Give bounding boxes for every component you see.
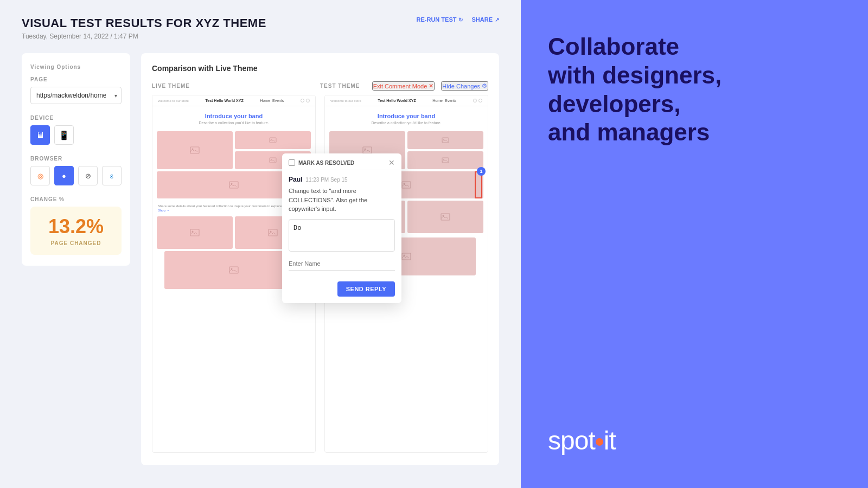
preview-hero-test: Introduce your band Describe a collectio… (325, 106, 488, 131)
preview-url-test: Welcome to our store (330, 99, 361, 102)
name-input[interactable] (289, 257, 395, 271)
comment-time: 11:23 PM Sep 15 (305, 177, 347, 183)
tagline-line1: Collaborate (548, 33, 841, 61)
safari-browser-button[interactable]: ⊘ (78, 166, 98, 185)
svg-rect-18 (442, 158, 449, 163)
rerun-icon: ↻ (458, 17, 463, 23)
share-icon: ↗ (495, 17, 499, 23)
logo-text-part2: it (604, 426, 616, 455)
change-percent-value: 13.2% (39, 215, 113, 238)
tagline: Collaborate with designers, developers, … (548, 33, 841, 147)
preview-nav-links-test: Home Events (432, 99, 456, 102)
preview-nav-live: Test Hello World XYZ (206, 99, 244, 102)
preview-url-live: Welcome to our store (158, 99, 189, 102)
tagline-line2: with designers, (548, 61, 841, 90)
device-buttons: 🖥 📱 (30, 125, 122, 145)
viewing-options-label: Viewing Options (30, 64, 122, 70)
exit-comment-label: Exit Comment Mode (373, 83, 427, 89)
preview-events-live: Events (272, 99, 284, 102)
desktop-icon: 🖥 (36, 130, 44, 140)
branding-panel: Collaborate with designers, developers, … (521, 0, 868, 488)
content-area: Viewing Options PAGE https/mackweldon/ho… (22, 53, 499, 465)
logo-text-part1: spot (548, 426, 595, 455)
mark-resolved-label: MARK AS RESOLVED (298, 160, 354, 166)
comment-author-line: Paul 11:23 PM Sep 15 (289, 176, 395, 183)
exit-icon: ✕ (429, 82, 433, 89)
logo-area: spot it (548, 426, 841, 455)
preview-icon1-test (473, 99, 477, 102)
exit-comment-mode-button[interactable]: Exit Comment Mode ✕ (372, 81, 435, 91)
browser-buttons: ◎ ● ⊘ ε (30, 166, 122, 185)
preview-home-live: Home (260, 99, 270, 102)
preview-icons-live (301, 99, 310, 102)
edge-icon: ε (110, 172, 113, 180)
mark-resolved-checkbox[interactable] (289, 159, 295, 166)
preview-icons-test (473, 99, 482, 102)
hide-changes-label: Hide Changes (442, 83, 480, 89)
preview-link-live: Shop → (158, 209, 170, 212)
preview-icon1-live (301, 99, 304, 102)
logo-dot-icon (596, 438, 603, 446)
main-panel: VISUAL TEST RESULTS FOR XYZ THEME Tuesda… (0, 0, 521, 488)
change-box: 13.2% PAGE CHANGED (30, 207, 122, 255)
comment-author: Paul (289, 176, 302, 183)
comment-popup: MARK AS RESOLVED ✕ Paul 11:23 PM Sep 15 … (282, 153, 401, 303)
rerun-test-button[interactable]: RE-RUN TEST ↻ (417, 16, 463, 23)
hide-changes-button[interactable]: Hide Changes ⚙ (441, 81, 488, 91)
preview-brand-test: Test Hello World XYZ (378, 99, 416, 102)
comment-text: Change text to "and more COLLECTIONS". A… (289, 187, 395, 214)
page-select[interactable]: https/mackweldon/home (30, 87, 122, 104)
device-label: DEVICE (30, 115, 122, 121)
mark-resolved-section: MARK AS RESOLVED (289, 159, 354, 166)
page-changed-label: PAGE CHANGED (39, 240, 113, 246)
preview-nav-links-live: Home Events (260, 99, 284, 102)
preview-topbar-test: Welcome to our store Test Hello World XY… (325, 95, 488, 106)
preview-icon2-live (306, 99, 310, 102)
reply-textarea[interactable]: Do (289, 219, 395, 252)
preview-events-test: Events (445, 99, 456, 102)
chrome-icon: ● (62, 172, 66, 180)
mobile-icon: 📱 (59, 130, 69, 140)
firefox-browser-button[interactable]: ◎ (30, 166, 50, 185)
safari-icon: ⊘ (85, 172, 91, 180)
preview-img-2-test (407, 131, 483, 149)
comparison-panel: Comparison with Live Theme LIVE THEME TE… (141, 53, 499, 465)
comparison-header: LIVE THEME TEST THEME Exit Comment Mode … (152, 81, 488, 91)
hide-icon: ⚙ (482, 82, 487, 89)
preview-home-test: Home (432, 99, 443, 102)
share-label: SHARE (471, 16, 493, 23)
share-button[interactable]: SHARE ↗ (471, 16, 499, 23)
preview-img-1-live (157, 131, 233, 169)
tagline-line4: and managers (548, 118, 841, 147)
preview-img-3-test (407, 151, 483, 169)
preview-img-bottom2-test (407, 201, 483, 233)
preview-hero-sub-live: Describe a collection you'd like to feat… (158, 121, 310, 125)
test-theme-label: TEST THEME (320, 83, 360, 89)
preview-hero-live: Introduce your band Describe a collectio… (152, 106, 315, 131)
desktop-device-button[interactable]: 🖥 (30, 125, 50, 145)
header-right-actions: Exit Comment Mode ✕ Hide Changes ⚙ (372, 81, 488, 91)
change-percent-label: CHANGE % (30, 196, 122, 202)
preview-brand-live: Test Hello World XYZ (206, 99, 244, 102)
close-popup-button[interactable]: ✕ (388, 159, 395, 166)
chrome-browser-button[interactable]: ● (54, 166, 74, 185)
browser-label: BROWSER (30, 156, 122, 162)
comment-popup-header: MARK AS RESOLVED ✕ (282, 153, 401, 170)
firefox-icon: ◎ (37, 172, 43, 180)
notification-badge[interactable]: 1 (477, 167, 486, 176)
sidebar: Viewing Options PAGE https/mackweldon/ho… (22, 53, 130, 266)
preview-hero-sub-test: Describe a collection you'd like to feat… (330, 121, 482, 125)
preview-hero-title-live: Introduce your band (158, 113, 310, 119)
preview-img-bottom1-live (157, 216, 233, 249)
svg-rect-2 (270, 138, 276, 143)
rerun-label: RE-RUN TEST (417, 16, 457, 23)
preview-topbar-live: Welcome to our store Test Hello World XY… (152, 95, 315, 106)
mobile-device-button[interactable]: 📱 (54, 125, 74, 145)
header-actions: RE-RUN TEST ↻ SHARE ↗ (417, 16, 499, 23)
live-theme-label: LIVE THEME (152, 83, 320, 89)
edge-browser-button[interactable]: ε (102, 166, 122, 185)
preview-img-2-live (235, 131, 311, 149)
comment-body: Paul 11:23 PM Sep 15 Change text to "and… (282, 170, 401, 276)
send-reply-button[interactable]: SEND REPLY (337, 281, 395, 297)
svg-rect-4 (270, 158, 276, 163)
